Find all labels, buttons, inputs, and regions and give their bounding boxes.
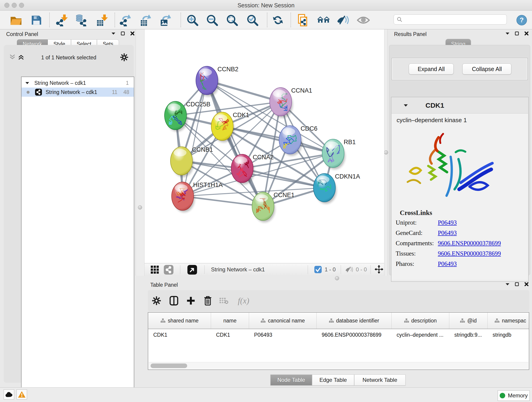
show-all-button[interactable]: [357, 13, 370, 27]
zoom-selected-button[interactable]: [246, 13, 259, 27]
delete-table-icon: [219, 297, 228, 304]
string-results-content: Expand All Collapse All CDK1 cyclin–depe…: [389, 45, 530, 275]
tab-network-table[interactable]: Network Table: [354, 375, 405, 385]
fit-content-button[interactable]: [374, 264, 384, 276]
node-table[interactable]: shared namenamecanonical namedatabase id…: [148, 312, 529, 370]
export-image-icon: [160, 14, 172, 26]
crosslink-link[interactable]: P06493: [438, 219, 457, 226]
expand-all-button[interactable]: Expand All: [409, 64, 454, 75]
export-image-button[interactable]: [159, 13, 172, 27]
zoom-selected-icon: [246, 14, 259, 26]
hide-selected-button[interactable]: [336, 13, 350, 27]
table-options-button[interactable]: [151, 295, 162, 307]
show-columns-button[interactable]: [168, 295, 180, 307]
memory-button[interactable]: Memory: [498, 390, 530, 401]
zoom-in-button[interactable]: [186, 13, 199, 27]
horizontal-splitter-handle[interactable]: [335, 276, 339, 280]
tree-expander-icon[interactable]: [25, 82, 29, 84]
column-header-label: canonical name: [268, 318, 305, 324]
delete-columns-button[interactable]: [202, 295, 214, 307]
column-header-@id[interactable]: @id: [449, 313, 488, 329]
network-options-gear-icon[interactable]: [120, 53, 128, 61]
node-label-RB1: RB1: [344, 139, 356, 146]
selected-filter-checkbox[interactable]: [314, 266, 322, 274]
column-header-description[interactable]: description: [392, 313, 449, 329]
column-header-canonical-name[interactable]: canonical name: [249, 313, 317, 329]
export-table-button[interactable]: [139, 13, 152, 27]
fx-label: f(x): [238, 296, 249, 306]
crosslink-link[interactable]: P06493: [438, 230, 457, 236]
network-row-selected[interactable]: String Network – cdk1 11 48: [22, 88, 134, 97]
main-toolbar: ?: [0, 11, 532, 29]
float-panel-icon[interactable]: [505, 32, 510, 35]
float-panel-icon[interactable]: [505, 283, 510, 286]
zoom-out-button[interactable]: [206, 13, 219, 27]
first-neighbors-button[interactable]: [317, 13, 330, 27]
cloud-status-button[interactable]: [4, 389, 14, 400]
gene-description: cyclin–dependent kinase 1: [392, 114, 528, 124]
memory-status-dot: [500, 393, 505, 398]
import-network-file-button[interactable]: [56, 13, 69, 27]
create-column-button[interactable]: [185, 295, 197, 307]
import-table-button[interactable]: [95, 13, 109, 27]
tab-node-table[interactable]: Node Table: [270, 375, 312, 385]
column-header-shared-name[interactable]: shared name: [148, 313, 211, 329]
scrollbar-thumb[interactable]: [151, 364, 187, 368]
toolbar-separator: [291, 13, 291, 27]
maximize-panel-icon[interactable]: [515, 31, 519, 36]
column-header-name[interactable]: name: [211, 313, 249, 329]
float-panel-icon[interactable]: [111, 32, 115, 35]
zoom-fit-button[interactable]: [225, 13, 239, 27]
close-panel-icon[interactable]: [524, 31, 529, 36]
close-panel-icon[interactable]: [130, 31, 135, 36]
crosslink-row: Pharos:P06493: [392, 259, 528, 269]
grid-mode-button[interactable]: [151, 265, 159, 275]
column-header-database-identifier[interactable]: database identifier: [317, 313, 392, 329]
maximize-panel-icon[interactable]: [120, 31, 125, 36]
columns-icon: [169, 296, 179, 306]
hidden-filter-button[interactable]: [345, 266, 354, 274]
results-scroll-area[interactable]: CDK1 cyclin–dependent kinase 1: [391, 97, 529, 282]
apply-layout-button[interactable]: [271, 13, 285, 27]
network-node-CDKN1A[interactable]: CDKN1A: [313, 173, 360, 204]
help-button[interactable]: ?: [515, 13, 528, 27]
open-session-button[interactable]: [9, 13, 23, 27]
entry-expander-icon[interactable]: [404, 104, 408, 107]
column-header-namespac[interactable]: namespac: [488, 313, 532, 329]
network-graph[interactable]: CCNB2CCNA1CDC25BCDK1CDC6RB1CCNB1CCNA2CDK…: [145, 29, 384, 263]
eye-slash-small-icon: [345, 266, 354, 273]
network-canvas[interactable]: CCNB2CCNA1CDC25BCDK1CDC6RB1CCNB1CCNA2CDK…: [145, 29, 384, 263]
network-collection-row[interactable]: String Network – cdk1 1: [22, 78, 134, 88]
left-splitter[interactable]: [136, 29, 145, 276]
crosslink-link[interactable]: P06493: [438, 260, 457, 268]
tab-edge-table[interactable]: Edge Table: [312, 375, 354, 385]
table-row[interactable]: CDK1CDK1P064939606.ENSP00000378699cyclin…: [148, 329, 529, 341]
warnings-button[interactable]: [17, 389, 27, 400]
network-node-HIST1H1A[interactable]: HIST1H1A: [172, 182, 223, 212]
network-node-CCNB2[interactable]: CCNB2: [196, 66, 239, 96]
gene-entry-header[interactable]: CDK1: [392, 97, 528, 114]
birds-eye-view-button[interactable]: [187, 265, 197, 275]
duplicate-network-icon: [297, 14, 309, 26]
open-folder-icon: [10, 14, 22, 26]
node-label-CCNA1: CCNA1: [291, 87, 312, 94]
maximize-panel-icon[interactable]: [515, 282, 519, 287]
new-network-from-selection-button[interactable]: [297, 13, 310, 27]
delete-table-button[interactable]: [218, 295, 230, 307]
network-view-mode-button[interactable]: [164, 265, 173, 275]
crosslink-link[interactable]: 9606.ENSP00000378699: [438, 240, 501, 247]
export-network-button[interactable]: [119, 13, 133, 27]
import-network-from-database-button[interactable]: [75, 13, 88, 27]
function-builder-button[interactable]: f(x): [234, 295, 253, 307]
left-splitter-handle[interactable]: [138, 205, 142, 210]
save-session-button[interactable]: [30, 13, 43, 27]
crosslink-link[interactable]: 9606.ENSP00000378699: [438, 250, 501, 257]
collapse-all-button[interactable]: Collapse All: [462, 64, 511, 75]
network-node-CDC25B[interactable]: CDC25B: [165, 101, 210, 132]
horizontal-scrollbar[interactable]: [149, 362, 528, 369]
network-node-RB1[interactable]: RB1: [322, 139, 356, 169]
network-node-CCNE1[interactable]: CCNE1: [252, 191, 295, 222]
network-node-CCNA1[interactable]: CCNA1: [270, 87, 312, 118]
close-panel-icon[interactable]: [524, 282, 529, 287]
search-input[interactable]: [403, 16, 507, 23]
